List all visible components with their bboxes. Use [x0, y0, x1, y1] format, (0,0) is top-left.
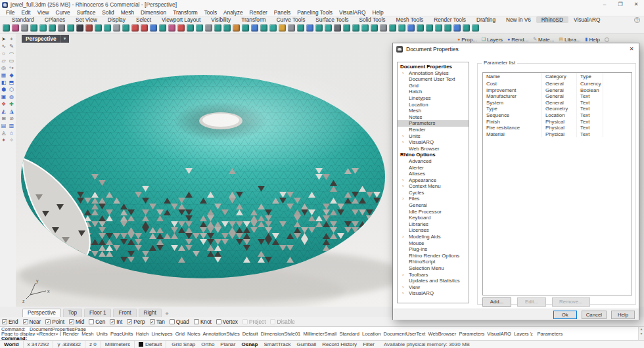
toolbar-tab[interactable]: Select: [131, 16, 156, 23]
tree-item[interactable]: Aliases: [398, 171, 469, 177]
table-row[interactable]: Material Physical Text: [483, 131, 632, 138]
toolbar-tab[interactable]: Visibility: [206, 16, 236, 23]
menu-item[interactable]: Tools: [201, 9, 220, 16]
tool-icon[interactable]: [21, 24, 28, 32]
tool-icon[interactable]: ⌂: [8, 130, 15, 137]
add-button[interactable]: Add...: [482, 297, 511, 307]
status-toggle[interactable]: Gumball: [296, 341, 316, 347]
tool-icon[interactable]: [389, 24, 396, 32]
menu-item[interactable]: Dimension: [137, 9, 170, 16]
panel-tab[interactable]: ✎ Mate...: [533, 37, 554, 43]
tree-item[interactable]: Mouse: [398, 240, 469, 247]
toolbar-tab[interactable]: CPlanes: [39, 16, 70, 23]
tool-icon[interactable]: [58, 24, 65, 32]
tool-icon[interactable]: [343, 24, 350, 32]
menu-item[interactable]: File: [3, 9, 18, 16]
osnap-checkbox[interactable]: [242, 319, 248, 324]
menu-item[interactable]: Analyze: [220, 9, 246, 16]
tool-icon[interactable]: [150, 24, 157, 32]
osnap-label[interactable]: Tan: [156, 319, 165, 325]
osnap-label[interactable]: Mid: [76, 319, 84, 325]
tool-icon[interactable]: ↪: [8, 65, 15, 72]
tool-icon[interactable]: [463, 24, 470, 32]
tool-icon[interactable]: ∿: [0, 43, 7, 50]
osnap-checkbox[interactable]: [150, 319, 155, 324]
status-toggle[interactable]: Grid Snap: [172, 341, 195, 347]
tool-icon[interactable]: [168, 24, 175, 32]
expand-arrow-icon[interactable]: ›: [402, 290, 403, 297]
tree-item[interactable]: Keyboard: [398, 215, 469, 221]
expand-arrow-icon[interactable]: ›: [402, 284, 403, 291]
tool-icon[interactable]: ▦: [0, 72, 7, 79]
table-row[interactable]: Type Geometry Text: [483, 106, 632, 112]
menu-item[interactable]: Panels: [271, 9, 294, 16]
tool-icon[interactable]: [417, 24, 424, 32]
osnap-label[interactable]: Quad: [176, 319, 189, 325]
tree-item[interactable]: Mesh: [398, 108, 469, 114]
menu-item[interactable]: VisualARQ: [336, 9, 369, 16]
tree-item[interactable]: RhinoScript: [398, 259, 469, 265]
tool-icon[interactable]: [214, 24, 221, 32]
tool-icon[interactable]: [131, 24, 139, 32]
toolbar-tab[interactable]: Standard: [7, 16, 39, 23]
tool-icon[interactable]: [49, 24, 56, 32]
tree-item[interactable]: Selection Menu: [398, 265, 469, 272]
tree-item[interactable]: Advanced: [398, 158, 469, 165]
tool-icon[interactable]: ✦: [0, 137, 7, 144]
column-header-name[interactable]: Name: [483, 73, 541, 81]
tool-icon[interactable]: ○: [0, 51, 7, 57]
menu-item[interactable]: Edit: [18, 9, 34, 16]
tree-item[interactable]: › Files: [398, 196, 469, 202]
tree-item[interactable]: › VisualARQ: [398, 139, 469, 146]
tree-item[interactable]: Plug-ins: [398, 246, 469, 253]
status-toggle[interactable]: Filter: [363, 341, 375, 347]
viewport-menu-arrow-icon[interactable]: ▼: [60, 35, 69, 43]
dialog-close-icon[interactable]: ✕: [624, 43, 639, 54]
osnap-label[interactable]: Near: [30, 319, 41, 325]
expand-arrow-icon[interactable]: ›: [402, 183, 403, 190]
tool-icon[interactable]: ✧: [8, 137, 15, 144]
remove-button[interactable]: Remove...: [552, 297, 590, 307]
help-button[interactable]: Help: [611, 311, 635, 319]
expand-arrow-icon[interactable]: ›: [402, 196, 403, 202]
tool-icon[interactable]: [30, 24, 37, 32]
status-toggle[interactable]: Record History: [322, 341, 357, 347]
dialog-titlebar[interactable]: Document Properties ✕: [393, 43, 639, 54]
menu-item[interactable]: Paneling Tools: [294, 9, 336, 16]
tool-icon[interactable]: ▣: [0, 94, 7, 100]
tool-icon[interactable]: [242, 24, 249, 32]
tree-item[interactable]: Linetypes: [398, 95, 469, 102]
osnap-label[interactable]: Point: [52, 319, 64, 325]
expand-arrow-icon[interactable]: ›: [402, 234, 403, 240]
column-header-type[interactable]: Type: [576, 73, 603, 81]
expand-arrow-icon[interactable]: ›: [402, 139, 403, 146]
toolbar-tab[interactable]: Curve Tools: [271, 16, 311, 23]
toolbar-tab[interactable]: Surface Tools: [310, 16, 354, 23]
tool-icon[interactable]: [85, 24, 93, 32]
tree-item[interactable]: Grid: [398, 83, 469, 89]
new-viewport-tab-icon[interactable]: ◆: [166, 309, 169, 317]
tree-item[interactable]: Licenses: [398, 227, 469, 234]
osnap-checkbox[interactable]: [110, 319, 115, 324]
osnap-checkbox[interactable]: [23, 319, 28, 324]
osnap-checkbox[interactable]: [216, 319, 221, 324]
osnap-checkbox[interactable]: [89, 319, 94, 324]
tool-icon[interactable]: [297, 24, 304, 32]
tree-item[interactable]: Notes: [398, 114, 469, 121]
table-row[interactable]: Fire resistance Physical Text: [483, 125, 632, 131]
menu-item[interactable]: Curve: [53, 9, 74, 16]
osnap-checkbox[interactable]: [69, 319, 74, 324]
tree-item[interactable]: › Toolbars: [398, 272, 469, 278]
tool-icon[interactable]: ▥: [8, 123, 15, 129]
tree-item[interactable]: › Annotation Styles: [398, 70, 469, 77]
tree-item[interactable]: Rhino Render Options: [398, 253, 469, 259]
tool-icon[interactable]: ◆: [8, 72, 15, 79]
panel-tab[interactable]: ● Prop...: [457, 37, 477, 43]
tool-icon[interactable]: ✚: [8, 101, 15, 108]
tree-item[interactable]: › VisualARQ: [398, 290, 469, 297]
command-scrollbar[interactable]: ▲▼: [638, 327, 644, 341]
tool-icon[interactable]: [177, 24, 185, 32]
viewport-tab[interactable]: Perspective: [22, 309, 61, 317]
toolbar-tab[interactable]: New in V6: [501, 16, 536, 23]
tool-icon[interactable]: [453, 24, 461, 32]
